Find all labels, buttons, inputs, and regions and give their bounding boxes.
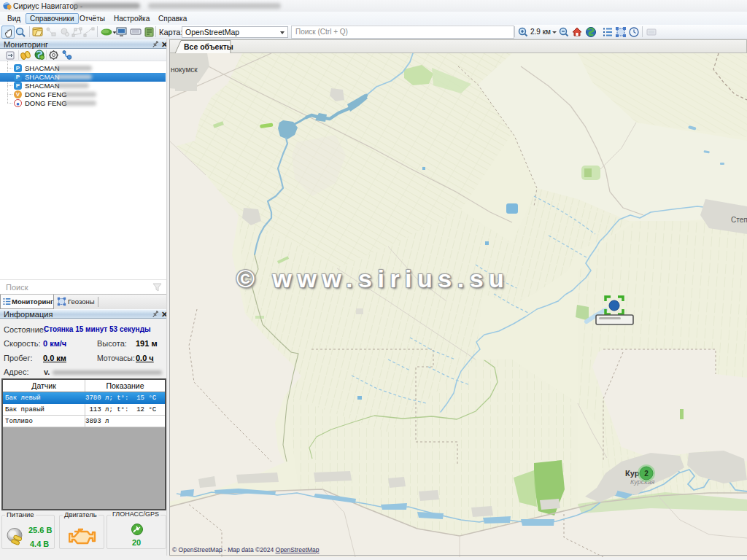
svg-text:2: 2 [644, 470, 649, 478]
svg-text:© OpenStreetMap - Map data ©20: © OpenStreetMap - Map data ©2024 OpenStr… [172, 546, 320, 553]
svg-text:Кур: Кур [625, 469, 640, 478]
svg-text:нокумск: нокумск [171, 66, 198, 74]
svg-text:Степ: Степ [731, 216, 747, 224]
